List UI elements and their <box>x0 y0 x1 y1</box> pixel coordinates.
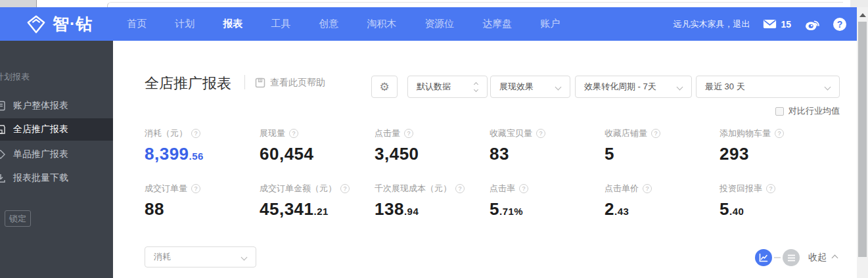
metric-label: 投资回报率 <box>720 183 762 195</box>
help-icon[interactable] <box>833 18 846 31</box>
metric-label: 点击率 <box>490 183 515 195</box>
sidebar: 计划报表 账户整体报表 全店推广报表 单品推广报表 报表批量下载 锁定 <box>0 41 113 278</box>
chevron-down-icon <box>555 83 562 90</box>
line-chart-icon <box>759 253 768 262</box>
mail-button[interactable]: 15 <box>763 19 791 30</box>
metric-label: 消耗（元） <box>145 127 187 139</box>
metric-label: 成交订单金额（元） <box>260 183 336 195</box>
page: 智·钻 首页 计划 报表 工具 创意 淘积木 资源位 达摩盘 账户 远凡实木家具… <box>0 0 868 278</box>
top-navbar: 智·钻 首页 计划 报表 工具 创意 淘积木 资源位 达摩盘 账户 远凡实木家具… <box>0 7 857 41</box>
app-logo-text: 智·钻 <box>53 13 93 35</box>
metric-value: 5 <box>605 143 720 167</box>
metric-value: 60,454 <box>260 143 375 167</box>
metric-value: 3,450 <box>375 143 490 167</box>
nav-item-tools[interactable]: 工具 <box>271 18 290 30</box>
list-icon <box>787 254 796 262</box>
question-icon[interactable] <box>643 184 652 193</box>
table-view-button[interactable] <box>783 249 800 266</box>
metric-value: 83 <box>490 143 605 167</box>
compare-checkbox-label: 对比行业均值 <box>788 105 840 117</box>
sidebar-item-store-report[interactable]: 全店推广报表 <box>0 118 113 141</box>
question-icon[interactable] <box>404 129 413 138</box>
metric-cell-cost: 消耗（元） 8,399.56 <box>145 127 260 167</box>
sidebar-item-label: 全店推广报表 <box>13 124 68 135</box>
scroll-up-arrow[interactable] <box>859 13 866 17</box>
metric-cell-cpm: 千次展现成本（元） 138.94 <box>375 183 490 222</box>
sidebar-item-batch-download[interactable]: 报表批量下载 <box>0 167 113 189</box>
question-icon[interactable] <box>289 129 298 138</box>
sorter-icon <box>474 83 478 91</box>
compare-industry-toggle[interactable]: 对比行业均值 <box>775 105 840 117</box>
nav-item-creative[interactable]: 创意 <box>319 18 338 30</box>
nav-item-taojimu[interactable]: 淘积木 <box>367 18 396 30</box>
metric-value: 5.71% <box>490 198 605 222</box>
metric-cell-order-amount: 成交订单金额（元） 45,341.21 <box>260 183 375 222</box>
browser-strip <box>0 0 868 7</box>
mail-count-badge: 15 <box>781 19 791 30</box>
question-icon[interactable] <box>340 184 350 193</box>
metric-value: 88 <box>145 198 260 222</box>
lock-button[interactable]: 锁定 <box>5 210 31 227</box>
metric-cell-shop-favorites: 收藏店铺量 5 <box>605 127 720 167</box>
question-icon[interactable] <box>455 184 465 193</box>
question-icon[interactable] <box>191 129 200 138</box>
metrics-grid: 消耗（元） 8,399.56 展现量 60,454 点击量 3,450 收藏宝贝… <box>145 127 834 222</box>
metric-cell-cpc: 点击单价 2.43 <box>605 183 720 222</box>
question-icon[interactable] <box>191 184 200 193</box>
metric-value: 45,341.21 <box>260 198 375 222</box>
metric-label: 成交订单量 <box>145 183 187 195</box>
question-icon[interactable] <box>651 129 660 138</box>
date-range-select[interactable]: 最近 30 天 <box>696 76 840 98</box>
view-connector <box>774 257 781 258</box>
question-icon[interactable] <box>519 184 528 193</box>
effect-value: 展现效果 <box>491 81 534 93</box>
question-icon[interactable] <box>536 129 545 138</box>
conversion-cycle-select[interactable]: 效果转化周期 - 7天 <box>575 76 692 98</box>
nav-item-resource-slot[interactable]: 资源位 <box>424 18 454 30</box>
nav-item-account[interactable]: 账户 <box>540 18 560 30</box>
vertical-scrollbar[interactable] <box>857 7 868 278</box>
mail-icon <box>763 19 777 29</box>
settings-button[interactable]: ⚙ <box>371 76 398 98</box>
gear-icon: ⚙ <box>379 81 389 93</box>
metric-cell-roi: 投资回报率 5.40 <box>720 183 834 222</box>
view-switcher: 收起 <box>755 249 837 266</box>
navbar-right-cluster: 远凡实木家具，退出 15 <box>673 18 846 31</box>
effect-select[interactable]: 展现效果 <box>490 76 570 98</box>
chevron-up-icon <box>832 254 838 261</box>
chart-view-button[interactable] <box>755 249 772 266</box>
metric-cell-add-to-cart: 添加购物车量 293 <box>720 127 834 167</box>
sidebar-section-label: 计划报表 <box>0 71 30 83</box>
compare-checkbox[interactable] <box>775 107 784 116</box>
sidebar-item-item-report[interactable]: 单品推广报表 <box>0 143 113 166</box>
metric-label: 点击量 <box>375 127 400 139</box>
page-title: 全店推广报表 <box>145 74 231 93</box>
account-logout-link[interactable]: 远凡实木家具，退出 <box>673 18 750 30</box>
metric-label: 收藏店铺量 <box>605 127 647 139</box>
nav-item-home[interactable]: 首页 <box>127 18 147 30</box>
date-range-value: 最近 30 天 <box>697 81 745 93</box>
sidebar-item-label: 报表批量下载 <box>13 172 68 184</box>
collapse-label: 收起 <box>808 252 827 264</box>
page-help-link[interactable]: 查看此页帮助 <box>255 77 325 89</box>
nav-item-damopan[interactable]: 达摩盘 <box>482 18 512 30</box>
sidebar-item-account-report[interactable]: 账户整体报表 <box>0 95 113 117</box>
store-icon <box>0 124 6 135</box>
data-source-select[interactable]: 默认数据 <box>407 76 488 98</box>
question-icon[interactable] <box>766 184 775 193</box>
weibo-icon[interactable] <box>804 18 820 31</box>
browser-tab-edge <box>0 0 37 7</box>
title-divider <box>244 75 245 89</box>
nav-item-report[interactable]: 报表 <box>223 18 242 30</box>
chart-metric-select[interactable]: 消耗 <box>145 246 256 267</box>
metric-cell-ctr: 点击率 5.71% <box>490 183 605 222</box>
nav-item-plan[interactable]: 计划 <box>175 18 194 30</box>
scrollbar-thumb[interactable] <box>858 22 867 257</box>
question-icon[interactable] <box>775 129 784 138</box>
chevron-down-icon <box>677 83 683 90</box>
browser-strip-right <box>850 0 868 7</box>
metric-label: 千次展现成本（元） <box>375 183 451 195</box>
app-logo[interactable]: 智·钻 <box>26 13 93 35</box>
collapse-link[interactable]: 收起 <box>808 252 837 264</box>
page-help-label: 查看此页帮助 <box>270 77 325 89</box>
